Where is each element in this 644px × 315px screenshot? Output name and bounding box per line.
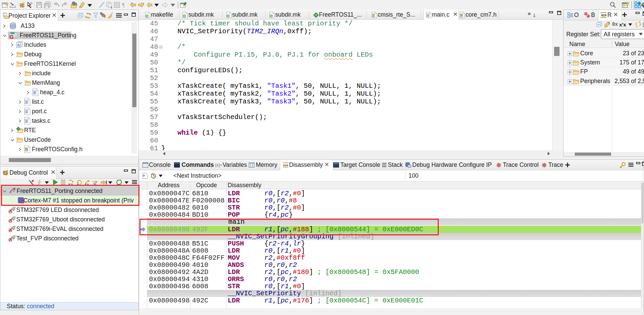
svg-text:(x)=: (x)= [215, 163, 222, 168]
svg-text:c: c [427, 13, 429, 17]
svg-text:c: c [25, 119, 27, 123]
svg-text:c: c [34, 90, 36, 94]
svg-text:h: h [25, 147, 28, 151]
svg-text:010: 010 [283, 164, 288, 167]
svg-text:c: c [25, 100, 27, 104]
svg-text:h: h [17, 43, 20, 48]
svg-text:c: c [25, 109, 27, 113]
svg-text:010: 010 [601, 14, 606, 17]
svg-text:h: h [460, 13, 462, 17]
svg-text:¶: ¶ [122, 2, 125, 8]
